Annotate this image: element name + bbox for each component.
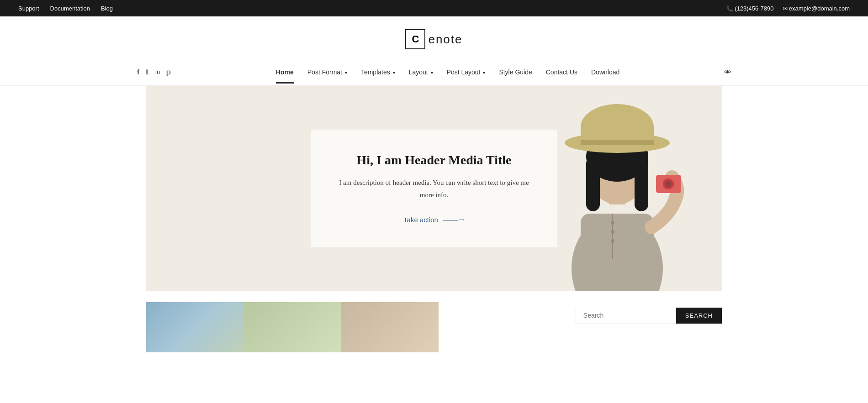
cta-label: Take action xyxy=(403,216,438,224)
twitter-icon[interactable]: 𝕥 xyxy=(146,68,149,76)
search-bar-area: SEARCH xyxy=(576,307,722,324)
documentation-link[interactable]: Documentation xyxy=(50,5,90,12)
phone-number: (123)456-7890 xyxy=(726,5,774,12)
svg-rect-5 xyxy=(586,157,600,211)
email-address: example@domain.com xyxy=(783,5,850,12)
nav-link-layout[interactable]: Layout ▾ xyxy=(409,68,433,76)
nav-link-contact-us[interactable]: Contact Us xyxy=(546,68,577,76)
svg-rect-1 xyxy=(581,214,654,291)
nav-link-home[interactable]: Home xyxy=(276,68,294,76)
chevron-down-icon: ▾ xyxy=(431,70,433,75)
nav-item-style-guide[interactable]: Style Guide xyxy=(499,61,532,84)
bottom-image-2 xyxy=(243,302,341,352)
nav-item-layout[interactable]: Layout ▾ xyxy=(409,61,433,84)
search-input[interactable] xyxy=(576,307,676,324)
pinterest-icon[interactable]: 𝕡 xyxy=(166,68,171,76)
bottom-images xyxy=(146,302,439,352)
navigation: f 𝕥 in 𝕡 Home Post Format ▾ Templates ▾ … xyxy=(0,58,868,86)
nav-link-post-layout[interactable]: Post Layout ▾ xyxy=(447,68,486,76)
nav-link-post-format[interactable]: Post Format ▾ xyxy=(307,68,347,76)
svg-point-17 xyxy=(611,239,614,243)
search-button[interactable]: SEARCH xyxy=(676,308,722,324)
logo-name: enote xyxy=(428,32,462,47)
nav-link-style-guide[interactable]: Style Guide xyxy=(499,68,532,76)
take-action-button[interactable]: Take action ——→ xyxy=(338,215,530,225)
nav-link-download[interactable]: Download xyxy=(591,68,619,76)
top-bar: Support Documentation Blog (123)456-7890… xyxy=(0,0,868,16)
nav-item-contact-us[interactable]: Contact Us xyxy=(546,61,577,84)
hero-section: Hi, I am Header Media Title I am descrip… xyxy=(146,86,722,291)
bottom-image-1 xyxy=(146,302,243,352)
logo[interactable]: C enote xyxy=(405,29,462,49)
support-link[interactable]: Support xyxy=(18,5,39,12)
bottom-image-3 xyxy=(341,302,439,352)
nav-item-post-format[interactable]: Post Format ▾ xyxy=(307,61,347,84)
top-bar-links: Support Documentation Blog xyxy=(18,5,113,12)
blog-link[interactable]: Blog xyxy=(101,5,113,12)
hero-description: I am description of header media. You ca… xyxy=(338,177,530,201)
chevron-down-icon: ▾ xyxy=(345,70,347,75)
linkedin-icon[interactable]: in xyxy=(155,68,160,75)
nav-item-download[interactable]: Download xyxy=(591,61,619,84)
logo-letter: C xyxy=(405,29,425,49)
svg-point-13 xyxy=(665,181,672,187)
nav-item-templates[interactable]: Templates ▾ xyxy=(361,61,395,84)
hero-title: Hi, I am Header Media Title xyxy=(338,153,530,167)
facebook-icon[interactable]: f xyxy=(137,68,139,76)
bottom-section: SEARCH xyxy=(0,291,868,352)
nav-link-templates[interactable]: Templates ▾ xyxy=(361,68,395,76)
svg-point-15 xyxy=(611,221,614,225)
svg-point-16 xyxy=(611,230,614,234)
nav-item-post-layout[interactable]: Post Layout ▾ xyxy=(447,61,486,84)
chevron-down-icon: ▾ xyxy=(393,70,395,75)
social-icons: f 𝕥 in 𝕡 xyxy=(137,68,171,76)
chevron-down-icon: ▾ xyxy=(483,70,485,75)
cta-arrow-icon: ——→ xyxy=(443,215,465,225)
hero-content-box: Hi, I am Header Media Title I am descrip… xyxy=(311,130,557,247)
nav-item-home[interactable]: Home xyxy=(276,61,294,84)
top-bar-contact: (123)456-7890 example@domain.com xyxy=(726,5,850,12)
search-icon[interactable]: ⚮ xyxy=(724,67,731,77)
svg-rect-6 xyxy=(635,157,648,211)
phone-icon xyxy=(726,5,735,12)
logo-area: C enote xyxy=(0,16,868,58)
nav-links: Home Post Format ▾ Templates ▾ Layout ▾ … xyxy=(276,61,619,84)
email-icon xyxy=(783,5,789,12)
svg-rect-10 xyxy=(581,140,654,145)
